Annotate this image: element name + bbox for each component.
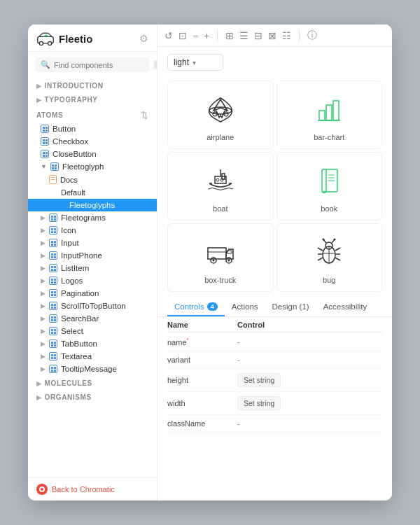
width-set-string-button[interactable]: Set string (237, 396, 281, 410)
bar-chart-icon (311, 91, 347, 127)
zoom-fit-icon[interactable]: ⊡ (178, 30, 187, 41)
sidebar-item-fleetoglyph[interactable]: ▼ Fleetoglyph (28, 160, 157, 173)
sidebar-item-typography[interactable]: ▶ TYPOGRAPHY (28, 92, 157, 106)
svg-point-2 (48, 41, 51, 45)
sidebar-item-introduction[interactable]: ▶ INTRODUCTION (28, 78, 157, 92)
chromatic-icon (36, 484, 48, 495)
svg-point-37 (334, 239, 336, 241)
svg-rect-12 (333, 101, 339, 120)
info-icon[interactable]: ⓘ (307, 29, 317, 42)
grid-icon (50, 162, 59, 171)
sidebar-item-tabbutton[interactable]: ▶ TabButton (28, 337, 157, 350)
tab-controls[interactable]: Controls 4 (167, 298, 225, 316)
sidebar-item-listitem[interactable]: ▶ ListItem (28, 262, 157, 274)
chevron-right-icon: ▶ (41, 302, 46, 309)
chevron-right-icon: ▶ (41, 328, 46, 335)
sidebar-item-fleetograms[interactable]: ▶ Fleetograms (28, 211, 157, 224)
zoom-in-icon[interactable]: + (204, 30, 209, 41)
content-area: ↺ ⊡ − + ⊞ ☰ ⊟ ⊠ ☷ ⓘ light ▾ (158, 24, 392, 500)
grid-icon (49, 264, 57, 272)
svg-rect-26 (208, 248, 226, 259)
sidebar-item-molecules[interactable]: ▶ MOLECULES (28, 375, 157, 389)
theme-selector: light ▾ (158, 47, 392, 75)
sidebar-item-select[interactable]: ▶ Select (28, 325, 157, 337)
panel-icon[interactable]: ⊟ (254, 30, 262, 41)
control-name-classname: className (167, 419, 237, 428)
sidebar-item-default[interactable]: Default (28, 186, 157, 199)
svg-point-28 (212, 260, 214, 262)
search-input[interactable] (54, 61, 150, 69)
sidebar-item-searchbar[interactable]: ▶ SearchBar (28, 312, 157, 325)
icon-card-bug[interactable]: bug (276, 223, 383, 292)
grid-icon (49, 289, 57, 298)
icon-card-airplane[interactable]: airplane (167, 80, 274, 149)
tab-actions[interactable]: Actions (225, 298, 265, 316)
app-window: Fleetio ⚙ 🔍 ⌘K ▶ INTRODUCTION ▶ TYPOGRAP… (28, 24, 392, 500)
book-icon (311, 162, 347, 199)
calendar-icon[interactable]: ☷ (282, 30, 291, 41)
control-row-name: name* - (167, 332, 382, 351)
toolbar-divider-2 (299, 30, 300, 41)
grid-icon (41, 150, 49, 158)
chevron-right-icon: ▶ (41, 340, 46, 347)
icon-card-bar-chart[interactable]: bar-chart (276, 80, 383, 149)
main-layout: Fleetio ⚙ 🔍 ⌘K ▶ INTRODUCTION ▶ TYPOGRAP… (28, 24, 392, 500)
grid-view-icon[interactable]: ⊞ (225, 30, 234, 41)
settings-icon[interactable]: ⚙ (139, 33, 148, 44)
sidebar-item-logos[interactable]: ▶ Logos (28, 274, 157, 287)
theme-dropdown[interactable]: light ▾ (167, 54, 223, 71)
sidebar-item-fleetoglyphs[interactable]: Fleetoglyphs (28, 199, 157, 211)
icon-card-boat[interactable]: boat (167, 152, 274, 220)
layout-icon[interactable]: ⊠ (268, 30, 276, 41)
controls-table: Name Control name* - variant - (158, 317, 392, 433)
tab-accessibility[interactable]: Accessibility (316, 298, 374, 316)
sidebar-item-inputphone[interactable]: ▶ InputPhone (28, 249, 157, 262)
chevron-down-icon: ▼ (41, 163, 47, 170)
sidebar-item-organisms[interactable]: ▶ ORGANISMS (28, 389, 157, 403)
brand-logo-icon (36, 31, 55, 46)
boat-label: boat (213, 204, 227, 213)
atoms-toggle-icon[interactable]: ⇅ (141, 110, 148, 120)
sidebar-item-closebutton[interactable]: CloseButton (28, 148, 157, 160)
sidebar-item-pagination[interactable]: ▶ Pagination (28, 287, 157, 300)
grid-icon (49, 352, 57, 360)
sidebar-item-input[interactable]: ▶ Input (28, 237, 157, 249)
control-row-height: height Set string (167, 369, 382, 392)
arrow-icon: ▶ (36, 394, 42, 401)
book-label: book (321, 204, 337, 213)
sidebar-item-button[interactable]: Button (28, 122, 157, 135)
back-to-chromatic-link[interactable]: Back to Chromatic (36, 484, 148, 495)
icon-card-box-truck[interactable]: box-truck (167, 223, 274, 292)
sidebar-item-tooltipmessage[interactable]: ▶ TooltipMessage (28, 363, 157, 375)
icon-card-book[interactable]: book (276, 152, 383, 220)
icons-grid: airplane bar-chart (158, 75, 392, 298)
grid-icon (49, 214, 57, 222)
sidebar-item-textarea[interactable]: ▶ Textarea (28, 350, 157, 363)
content-toolbar: ↺ ⊡ − + ⊞ ☰ ⊟ ⊠ ☷ ⓘ (158, 24, 392, 47)
grid-icon (49, 327, 57, 335)
sidebar-item-docs[interactable]: Docs (28, 173, 157, 186)
grid-icon (49, 365, 57, 373)
svg-point-30 (227, 260, 230, 262)
zoom-out-icon[interactable]: − (192, 30, 198, 41)
tab-design[interactable]: Design (1) (265, 298, 316, 316)
airplane-label: airplane (206, 133, 234, 141)
sidebar-item-scrolltotopbutton[interactable]: ▶ ScrollToTopButton (28, 300, 157, 312)
list-view-icon[interactable]: ☰ (239, 30, 248, 41)
svg-line-40 (318, 258, 323, 260)
search-icon: 🔍 (41, 60, 50, 69)
refresh-icon[interactable]: ↺ (164, 30, 173, 41)
content-main: light ▾ (158, 47, 392, 500)
svg-line-38 (318, 248, 323, 251)
height-set-string-button[interactable]: Set string (237, 373, 281, 387)
sidebar-header: Fleetio ⚙ (28, 24, 157, 52)
search-bar[interactable]: 🔍 ⌘K (35, 57, 150, 72)
grid-icon (49, 239, 57, 247)
sidebar-item-checkbox[interactable]: Checkbox (28, 135, 157, 148)
svg-point-4 (41, 488, 43, 491)
chevron-right-icon: ▶ (41, 315, 46, 322)
sidebar-item-icon[interactable]: ▶ Icon (28, 224, 157, 237)
grid-icon (49, 226, 57, 234)
bug-icon (311, 234, 347, 270)
svg-point-36 (323, 239, 325, 241)
